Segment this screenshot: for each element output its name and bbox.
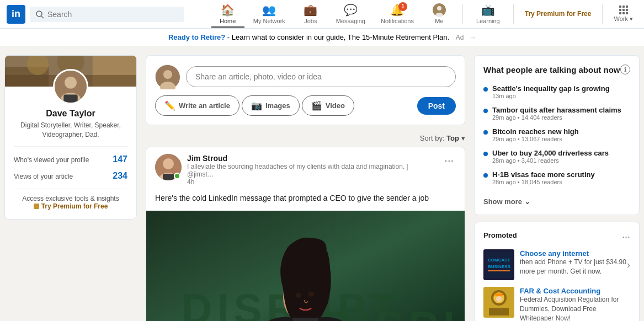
- trending-item-2[interactable]: Tambor quits after harassment claims 29m…: [483, 103, 630, 124]
- trending-topic-5: H-1B visas face more scrutiny: [492, 170, 595, 179]
- images-button[interactable]: 📷 Images: [242, 95, 300, 116]
- info-icon[interactable]: ℹ: [620, 65, 630, 74]
- trending-dot-2: [483, 109, 488, 113]
- center-feed: Share an article, photo, video or idea ✏…: [146, 55, 465, 321]
- me-avatar: [433, 3, 446, 17]
- premium-try-link[interactable]: Try Premium for Free: [14, 202, 127, 210]
- nav-work[interactable]: Work ▾: [609, 3, 637, 25]
- svg-point-3: [437, 6, 441, 10]
- svg-rect-40: [494, 293, 503, 296]
- article-views-stat[interactable]: Views of your article 234: [14, 168, 127, 184]
- ad-label: Ad: [456, 34, 464, 41]
- nav-me-label: Me: [435, 18, 443, 24]
- svg-text:DISRUPT: DISRUPT: [323, 303, 465, 321]
- trending-item-1[interactable]: Seattle's inequality gap is growing 13m …: [483, 81, 630, 103]
- post-image-svg: DISRUPT DISRUPT: [146, 211, 465, 321]
- trending-item-4[interactable]: Uber to buy 24,000 driverless cars 28m a…: [483, 146, 630, 167]
- profile-name: Dave Taylor: [14, 109, 127, 119]
- trending-item-text-1: Seattle's inequality gap is growing 13m …: [492, 84, 610, 99]
- promoted-item-2[interactable]: FAR & Cost Accounting Federal Acquisitio…: [483, 287, 630, 321]
- svg-point-29: [295, 293, 301, 298]
- share-input[interactable]: Share an article, photo, video or idea: [186, 66, 456, 87]
- post-image: DISRUPT DISRUPT: [146, 211, 465, 321]
- trending-card: What people are talking about now ℹ Seat…: [474, 55, 640, 215]
- image-icon: 📷: [251, 100, 262, 111]
- profile-avatar-svg: [55, 69, 87, 104]
- svg-text:COMCAST: COMCAST: [488, 258, 510, 263]
- trending-meta-4: 28m ago • 3,401 readers: [492, 157, 609, 164]
- network-icon: 👥: [262, 3, 276, 17]
- promoted-menu-icon[interactable]: ···: [622, 231, 630, 243]
- ad-banner-link[interactable]: Ready to Retire?: [168, 33, 227, 41]
- profile-body: Dave Taylor Digital Storyteller, Writer,…: [5, 87, 136, 219]
- trending-topic-1: Seattle's inequality gap is growing: [492, 84, 610, 93]
- trending-item-5[interactable]: H-1B visas face more scrutiny 28m ago • …: [483, 167, 630, 189]
- far-accounting-logo: [483, 287, 514, 318]
- nav-divider-3: [602, 4, 603, 24]
- profile-background: [5, 56, 136, 87]
- post-menu-button[interactable]: ···: [442, 154, 456, 167]
- nav-me[interactable]: Me: [423, 1, 456, 28]
- nav-divider-2: [513, 4, 514, 24]
- premium-prompt-text: Access exclusive tools & insights: [14, 195, 127, 202]
- online-status-dot: [174, 173, 180, 179]
- svg-rect-14: [63, 95, 77, 105]
- trending-meta-5: 28m ago • 18,045 readers: [492, 179, 595, 185]
- promoted-text-1: Choose any internet then add Phone + TV …: [520, 249, 630, 280]
- left-sidebar: Dave Taylor Digital Storyteller, Writer,…: [4, 55, 137, 321]
- promoted-link-2[interactable]: FAR & Cost Accounting: [520, 287, 630, 295]
- ad-more-icon[interactable]: ···: [470, 34, 476, 41]
- premium-link[interactable]: Try Premium for Free: [520, 10, 596, 19]
- show-more-label: Show more: [483, 197, 522, 206]
- promoted-desc-1: then add Phone + TV for just $34.90 more…: [520, 258, 630, 276]
- promoted-img-2: [483, 287, 514, 318]
- trending-meta-1: 13m ago: [492, 93, 610, 99]
- nav-jobs[interactable]: 💼 Jobs: [294, 1, 327, 28]
- premium-try-label: Try Premium for Free: [41, 202, 108, 210]
- linkedin-logo[interactable]: in: [7, 5, 25, 24]
- profile-views-stat[interactable]: Who's viewed your profile 147: [14, 151, 127, 168]
- promoted-card: Promoted ··· COMCAST BUSINESS Choose any…: [474, 222, 640, 321]
- promoted-item-1[interactable]: COMCAST BUSINESS Choose any internet the…: [483, 249, 630, 280]
- learning-icon: 📺: [481, 3, 495, 17]
- write-article-button[interactable]: ✏️ Write an article: [155, 95, 239, 116]
- nav-network[interactable]: 👥 My Network: [247, 1, 292, 28]
- trending-item-3[interactable]: Bitcoin reaches new high 29m ago • 13,06…: [483, 124, 630, 146]
- post-header: Jim Stroud I alleviate the sourcing head…: [146, 147, 465, 192]
- sort-chevron-icon[interactable]: ▾: [461, 134, 465, 142]
- profile-avatar-container: [53, 69, 88, 104]
- work-grid-icon: [619, 6, 628, 14]
- nav-items: 🏠 Home 👥 My Network 💼 Jobs 💬 Messaging 🔔…: [211, 1, 637, 28]
- post-button[interactable]: Post: [417, 97, 456, 115]
- nav-learning[interactable]: 📺 Learning: [470, 1, 507, 28]
- svg-text:BUSINESS: BUSINESS: [488, 264, 511, 269]
- trending-title: What people are talking about now: [483, 65, 620, 74]
- ad-pre-text: Ready to Retire?: [168, 33, 225, 41]
- nav-notifications[interactable]: 🔔 1 Notifications: [374, 1, 421, 28]
- promoted-link-1[interactable]: Choose any internet: [520, 249, 630, 258]
- post-text: Here's the cold LinkedIn message that pr…: [146, 192, 465, 211]
- show-more-button[interactable]: Show more ⌄: [483, 193, 630, 206]
- promoted-label: Promoted: [483, 231, 517, 243]
- share-actions: ✏️ Write an article 📷 Images 🎬 Video Pos…: [155, 95, 456, 116]
- svg-point-0: [36, 11, 42, 17]
- post-author-name[interactable]: Jim Stroud: [187, 154, 437, 163]
- search-bar[interactable]: [30, 7, 184, 22]
- search-input[interactable]: [47, 10, 179, 19]
- nav-messaging[interactable]: 💬 Messaging: [329, 1, 372, 28]
- profile-avatar: [53, 69, 88, 104]
- svg-point-12: [65, 77, 77, 89]
- chevron-down-icon: ⌄: [524, 197, 530, 206]
- ad-banner-text: Ready to Retire? - Learn what to conside…: [168, 33, 476, 41]
- svg-point-19: [163, 158, 174, 169]
- trending-item-text-4: Uber to buy 24,000 driverless cars 28m a…: [492, 149, 609, 164]
- nav-home[interactable]: 🏠 Home: [211, 1, 244, 28]
- sort-value[interactable]: Top: [446, 134, 459, 142]
- trending-dot-1: [483, 87, 488, 92]
- video-button[interactable]: 🎬 Video: [302, 95, 354, 116]
- promoted-text-2: FAR & Cost Accounting Federal Acquisitio…: [520, 287, 630, 321]
- promoted-img-1: COMCAST BUSINESS: [483, 249, 514, 280]
- ad-link-text: - Learn what to consider in our guide, T…: [227, 33, 449, 41]
- svg-point-16: [163, 70, 172, 79]
- trending-item-text-2: Tambor quits after harassment claims 29m…: [492, 106, 621, 121]
